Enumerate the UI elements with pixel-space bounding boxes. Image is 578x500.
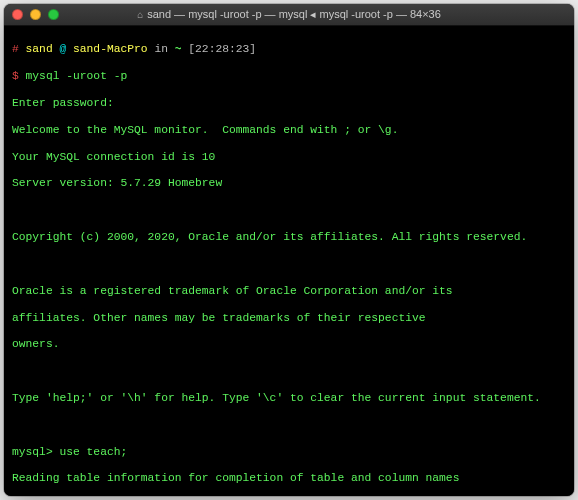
output-line: Reading table information for completion…: [12, 472, 566, 485]
prompt-hash: #: [12, 43, 19, 55]
window-title-text: sand — mysql -uroot -p — mysql ◂ mysql -…: [147, 8, 441, 21]
output-line: Enter password:: [12, 97, 566, 110]
output-line: Copyright (c) 2000, 2020, Oracle and/or …: [12, 231, 566, 244]
prompt-dollar: $: [12, 70, 19, 82]
output-line: Your MySQL connection id is 10: [12, 151, 566, 164]
prompt-at: @: [59, 43, 66, 55]
output-line: Oracle is a registered trademark of Orac…: [12, 285, 566, 298]
blank-line: [12, 419, 566, 432]
home-icon: ⌂: [137, 10, 143, 20]
output-line: Type 'help;' or '\h' for help. Type '\c'…: [12, 392, 566, 405]
blank-line: [12, 204, 566, 217]
prompt-line-1: # sand @ sand-MacPro in ~ [22:28:23]: [12, 43, 566, 56]
prompt-line-2: $ mysql -uroot -p: [12, 70, 566, 83]
output-line: affiliates. Other names may be trademark…: [12, 312, 566, 325]
maximize-icon[interactable]: [48, 9, 59, 20]
output-line: Welcome to the MySQL monitor. Commands e…: [12, 124, 566, 137]
traffic-lights: [12, 9, 59, 20]
window-title: ⌂ sand — mysql -uroot -p — mysql ◂ mysql…: [4, 8, 574, 21]
command-text: mysql -uroot -p: [26, 70, 128, 82]
blank-line: [12, 258, 566, 271]
terminal-window: ⌂ sand — mysql -uroot -p — mysql ◂ mysql…: [4, 4, 574, 496]
prompt-in: in: [154, 43, 168, 55]
output-line: Server version: 5.7.29 Homebrew: [12, 177, 566, 190]
prompt-user: sand: [26, 43, 53, 55]
mysql-prompt-line: mysql> use teach;: [12, 446, 566, 459]
close-icon[interactable]: [12, 9, 23, 20]
minimize-icon[interactable]: [30, 9, 41, 20]
titlebar[interactable]: ⌂ sand — mysql -uroot -p — mysql ◂ mysql…: [4, 4, 574, 26]
terminal-body[interactable]: # sand @ sand-MacPro in ~ [22:28:23] $ m…: [4, 26, 574, 496]
prompt-dir: ~: [175, 43, 182, 55]
prompt-time: [22:28:23]: [188, 43, 256, 55]
prompt-host: sand-MacPro: [73, 43, 148, 55]
output-line: owners.: [12, 338, 566, 351]
blank-line: [12, 365, 566, 378]
